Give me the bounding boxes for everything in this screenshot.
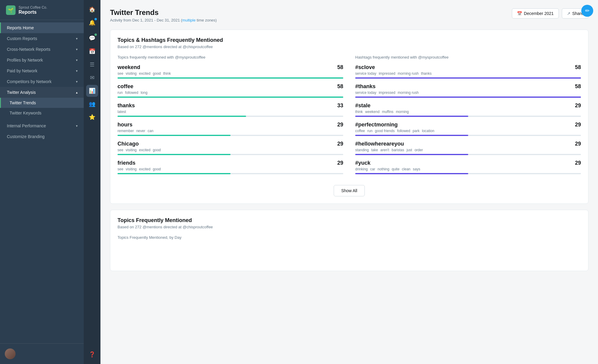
sidebar-item-twitter-trends[interactable]: Twitter Trends xyxy=(0,98,84,108)
chevron-down-icon: ▾ xyxy=(76,124,78,128)
hashtag-tag: coffee xyxy=(355,129,365,133)
progress-bar-fill xyxy=(355,77,581,79)
home-icon[interactable]: 🏠 xyxy=(86,4,98,16)
topic-count: 58 xyxy=(337,83,343,90)
progress-bar-fill xyxy=(118,116,246,117)
hashtag-item: #stale 29 thinkweekendmuffinsmorning xyxy=(355,103,581,117)
topics-frequently-card: Topics Frequently Mentioned Based on 272… xyxy=(110,210,588,271)
sidebar-item-profiles[interactable]: Profiles by Network ▾ xyxy=(0,55,84,65)
hashtags-list: #sclove 58 service todayimpressedmorning… xyxy=(355,64,581,174)
chevron-down-icon: ▾ xyxy=(76,69,78,73)
topic-name: friends xyxy=(118,160,135,166)
show-all-button[interactable]: Show All xyxy=(334,185,365,196)
hashtag-name: #yuck xyxy=(355,160,370,166)
progress-bar-bg xyxy=(355,154,581,155)
progress-bar-bg xyxy=(118,154,343,155)
calendar-icon[interactable]: 📅 xyxy=(86,45,98,57)
hashtag-name: #stale xyxy=(355,103,370,109)
progress-bar-bg xyxy=(355,77,581,79)
progress-bar-fill xyxy=(118,173,231,174)
topic-tag: visiting xyxy=(126,167,137,171)
show-all-container: Show All xyxy=(118,185,581,196)
analytics-icon[interactable]: 📊 xyxy=(86,85,98,97)
tasks-icon[interactable]: ☰ xyxy=(86,59,98,71)
hashtag-tag: aren't xyxy=(380,148,389,152)
hashtag-tag: morning xyxy=(396,110,409,114)
progress-bar-bg xyxy=(355,97,581,98)
hashtag-tag: drinking xyxy=(355,167,368,171)
topic-count: 29 xyxy=(337,141,343,147)
company-name: Sprout Coffee Co. xyxy=(19,5,47,10)
star-icon[interactable]: ⭐ xyxy=(86,111,98,123)
hashtag-tag: run xyxy=(367,129,372,133)
hashtag-tags: service todayimpressedmorning rush xyxy=(355,91,581,95)
notification-badge xyxy=(94,18,97,20)
sidebar-item-internal-performance[interactable]: Internal Performance ▾ xyxy=(0,120,84,131)
sidebar-item-competitors[interactable]: Competitors by Network ▾ xyxy=(0,76,84,87)
progress-bar-fill xyxy=(355,135,468,136)
hashtag-count: 29 xyxy=(575,141,581,147)
topic-tag: good xyxy=(153,71,161,76)
hashtag-tags: thinkweekendmuffinsmorning xyxy=(355,110,581,114)
hashtags-col-header: Hashtags frequently mentioned with @mysp… xyxy=(355,55,581,59)
progress-bar-fill xyxy=(355,173,468,174)
chevron-down-icon: ▾ xyxy=(76,37,78,41)
progress-bar-fill xyxy=(355,97,581,98)
sidebar-item-twitter-keywords[interactable]: Twitter Keywords xyxy=(0,108,84,118)
progress-bar-fill xyxy=(118,77,343,79)
card-subtitle: Based on 272 @mentions directed at @chis… xyxy=(118,45,581,49)
hashtag-tag: standing xyxy=(355,148,369,152)
sidebar-item-custom-reports[interactable]: Custom Reports ▾ xyxy=(0,33,84,44)
topic-tag: run xyxy=(118,91,123,95)
topic-name: Chicago xyxy=(118,141,139,147)
sidebar-item-reports-home[interactable]: Reports Home xyxy=(0,22,84,33)
progress-bar-bg xyxy=(355,116,581,117)
send-icon[interactable]: ✉ xyxy=(86,72,98,84)
multiple-timezones-link[interactable]: multiple xyxy=(182,18,196,22)
two-col-layout: Topics frequently mentioned with @myspro… xyxy=(118,55,581,179)
people-icon[interactable]: 👥 xyxy=(86,98,98,110)
hashtag-count: 58 xyxy=(575,83,581,90)
topic-count: 29 xyxy=(337,122,343,128)
progress-bar-fill xyxy=(355,116,468,117)
share-icon: ↗ xyxy=(567,11,570,16)
topic-tag: remember xyxy=(118,129,134,133)
sidebar-item-cross-network[interactable]: Cross-Network Reports ▾ xyxy=(0,44,84,55)
date-picker-button[interactable]: 📅 December 2021 xyxy=(512,8,559,19)
hashtag-tag: weekend xyxy=(365,110,379,114)
card2-title: Topics Frequently Mentioned xyxy=(118,217,581,224)
topic-tags: seevisitingexcitedgood xyxy=(118,167,343,171)
page-title: Twitter Trends xyxy=(110,8,217,17)
hashtag-tags: drinkingcarnothingquitecleansays xyxy=(355,167,581,171)
avatar[interactable] xyxy=(5,348,16,359)
topic-item: friends 29 seevisitingexcitedgood xyxy=(118,160,343,174)
topic-tag: visiting xyxy=(126,71,137,76)
hashtag-tag: baristas xyxy=(392,148,404,152)
topic-tags: remembernevercan xyxy=(118,129,343,133)
sidebar-item-twitter-analysis[interactable]: Twitter Analysis ▴ xyxy=(0,87,84,98)
progress-bar-bg xyxy=(355,173,581,174)
logo: 🌱 Sprout Coffee Co. Reports xyxy=(6,5,78,15)
progress-bar-fill xyxy=(118,154,231,155)
calendar-icon: 📅 xyxy=(517,11,522,16)
hashtag-name: #thanks xyxy=(355,83,376,90)
topic-tag: excited xyxy=(139,148,150,152)
notifications-icon[interactable]: 🔔 xyxy=(86,17,98,29)
messages-icon[interactable]: 💬 xyxy=(86,32,98,44)
subtitle-text: Activity from Dec 1, 2021 - Dec 31, 2021… xyxy=(110,18,182,22)
topic-name: weekend xyxy=(118,64,140,71)
header-actions: 📅 December 2021 ↗ Share xyxy=(512,8,588,19)
sidebar-item-customize-branding[interactable]: Customize Branding xyxy=(0,131,84,142)
topic-item: hours 29 remembernevercan xyxy=(118,122,343,136)
hashtag-item: #perfectmorning 29 coffeerungood friends… xyxy=(355,122,581,136)
progress-bar-bg xyxy=(118,173,343,174)
progress-bar-bg xyxy=(118,97,343,98)
hashtag-tag: car xyxy=(370,167,375,171)
topics-column: Topics frequently mentioned with @myspro… xyxy=(118,55,343,179)
edit-button[interactable]: ✏ xyxy=(581,5,593,17)
topics-list: weekend 58 seevisitingexcitedgoodthink c… xyxy=(118,64,343,174)
topic-tag: good xyxy=(153,167,161,171)
help-icon[interactable]: ❓ xyxy=(86,348,98,360)
sidebar-item-paid[interactable]: Paid by Network ▾ xyxy=(0,65,84,76)
topics-col-header: Topics frequently mentioned with @myspro… xyxy=(118,55,343,59)
